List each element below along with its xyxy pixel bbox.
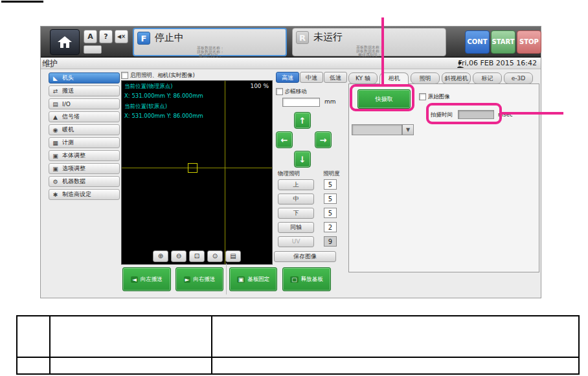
step-distance-input[interactable] <box>282 98 320 107</box>
mute-button[interactable]: ◀× <box>115 30 128 43</box>
camera-view[interactable]: 当前位置(物理原点) X: 531.000mm Y: 86.000mm 当前位置… <box>121 80 273 265</box>
step-move-checkbox[interactable] <box>276 88 283 95</box>
table-cell <box>17 357 50 374</box>
io-icon: ▤ <box>52 101 59 107</box>
option-adjust-icon: ▣ <box>52 166 59 172</box>
arrow-left-icon: ◄ <box>131 276 138 283</box>
rear-lane-badge: R <box>296 31 309 44</box>
transport-right-button[interactable]: ► 向右搬送 <box>175 267 223 291</box>
speed-low-tab[interactable]: 低速 <box>324 72 347 83</box>
light-coaxial-button[interactable]: 同轴 <box>278 222 314 233</box>
tab-lighting[interactable]: 照明 <box>411 72 440 84</box>
sidebar-item-label: 制造商设定 <box>62 190 91 199</box>
tab-mark[interactable]: 标记 <box>473 72 502 84</box>
zoom-level-label: 100 % <box>250 83 269 89</box>
snapshot-icon[interactable]: ▤ <box>225 250 241 262</box>
table-row <box>17 357 579 374</box>
sidebar-item-label: 信号塔 <box>62 113 80 121</box>
zoom-region-icon[interactable]: ⊙ <box>207 250 223 262</box>
light-lower-button[interactable]: 下 <box>278 208 314 219</box>
table-row <box>17 316 579 357</box>
home-icon <box>57 36 73 49</box>
light-middle-value[interactable]: 5 <box>324 194 337 204</box>
small-gray-button[interactable] <box>84 45 102 54</box>
sidebar-item-option-adjust[interactable]: ▣ 选项调整 <box>49 163 120 174</box>
light-lower-value[interactable]: 5 <box>324 208 337 218</box>
enable-camera-label: 启用照明、相机(实时图像) <box>130 72 195 78</box>
tab-e3d[interactable]: e-3D <box>504 72 533 84</box>
zoom-in-icon[interactable]: ⊕ <box>153 250 168 262</box>
front-lane-status-panel[interactable]: F 停止中 基板数据名称 : 拼板数据名称 : 最优序列号 : <box>133 28 287 56</box>
raw-image-label: 原始图像 <box>428 93 450 100</box>
zoom-out-icon[interactable]: ⊖ <box>171 250 187 262</box>
stop-button[interactable]: STOP <box>517 30 541 54</box>
enable-camera-checkbox[interactable] <box>121 72 128 79</box>
table-cell <box>50 316 212 357</box>
front-lane-status: 停止中 <box>155 32 184 44</box>
illumination-level-header: 照明度 <box>323 170 340 178</box>
jog-down-button[interactable]: ↓ <box>294 151 311 168</box>
tab-oblique-camera[interactable]: 斜视相机 <box>442 72 471 84</box>
transport-left-label: 向左搬送 <box>141 276 163 283</box>
transport-left-button[interactable]: ◄ 向左搬送 <box>122 267 171 291</box>
pos-soft-label: 当前位置(软原点) <box>124 103 167 111</box>
machine-ui-window: A ? ◀× F 停止中 基板数据名称 : 拼板数据名称 : 最优序列号 : R… <box>40 26 541 298</box>
warmup-icon: ◉ <box>52 127 59 133</box>
light-coaxial-value[interactable]: 2 <box>324 222 337 232</box>
rear-lane-status: 未运行 <box>313 31 343 43</box>
sidebar-item-machine-data[interactable]: ⚙ 机器数据 <box>49 176 120 187</box>
sidebar-item-warmup[interactable]: ◉ 暖机 <box>49 124 120 135</box>
speed-mid-tab[interactable]: 中速 <box>300 72 323 83</box>
light-upper-button[interactable]: 上 <box>278 179 314 190</box>
sidebar-item-manufacturer[interactable]: ✱ 制造商设定 <box>49 189 120 200</box>
annotation-box-capture-button <box>350 84 414 111</box>
tab-ky-axis[interactable]: KY 轴 <box>348 72 378 84</box>
step-move-row: 步幅移动 <box>276 88 307 96</box>
cont-button[interactable]: CONT <box>465 30 490 54</box>
sidebar-item-conveyor[interactable]: ⇄ 搬送 <box>49 85 120 96</box>
light-middle-button[interactable]: 中 <box>278 194 314 205</box>
camera-toolbar: ⊕ ⊖ ⊡ ⊙ ▤ <box>122 250 272 262</box>
board-clamp-label: 基板固定 <box>247 276 269 283</box>
sidebar-item-body-adjust[interactable]: ▣ 本体调整 <box>49 150 120 161</box>
help-button[interactable]: ? <box>99 30 113 43</box>
save-image-button[interactable]: 保存图像 <box>274 251 336 262</box>
sidebar-item-signal-tower[interactable]: ▲ 信号塔 <box>49 111 120 122</box>
board-clamp-icon: ▣ <box>237 276 245 283</box>
title-bar: 维护 Fri,06 FEB 2015 16:42 <box>41 58 541 69</box>
pos-soft-value: X: 531.000mm Y: 86.000mm <box>124 113 203 119</box>
table-cell <box>17 316 50 357</box>
divider <box>226 263 227 294</box>
table-cell <box>212 357 579 374</box>
body-adjust-icon: ▣ <box>52 153 59 159</box>
header-bar: A ? ◀× F 停止中 基板数据名称 : 拼板数据名称 : 最优序列号 : R… <box>41 27 541 58</box>
board-clamp-button[interactable]: ▣ 基板固定 <box>229 267 277 291</box>
raw-image-checkbox[interactable] <box>419 93 426 100</box>
camera-select-dropdown[interactable]: ▼ <box>352 124 414 135</box>
sidebar-item-label: 搬送 <box>62 87 74 95</box>
signal-tower-icon: ▲ <box>52 114 59 120</box>
zoom-fit-icon[interactable]: ⊡ <box>189 250 205 262</box>
start-button[interactable]: START <box>491 30 515 54</box>
sidebar-item-measurement[interactable]: ▦ 计测 <box>49 137 120 148</box>
document-language-button[interactable]: A <box>84 30 97 43</box>
board-release-button[interactable]: ▢ 释放基板 <box>282 267 331 291</box>
jog-right-button[interactable]: → <box>315 131 332 148</box>
board-release-label: 释放基板 <box>301 276 323 283</box>
rear-lane-status-panel[interactable]: R 未运行 基板数据名称 : 拼板数据名称 : 最优序列号 : <box>292 28 446 56</box>
crosshair-vertical <box>225 81 225 264</box>
speed-high-tab[interactable]: 高速 <box>276 72 299 83</box>
board-release-icon: ▢ <box>290 276 299 283</box>
light-upper-value[interactable]: 5 <box>324 179 337 190</box>
head-icon: ◣ <box>52 75 59 82</box>
transport-right-label: 向右搬送 <box>193 276 215 283</box>
sidebar-item-io[interactable]: ▤ I/O <box>49 98 120 109</box>
sidebar-item-head[interactable]: ◣ 机头 <box>49 72 120 83</box>
document-rule <box>1 1 43 3</box>
jog-up-button[interactable]: ↑ <box>294 112 311 129</box>
chevron-down-icon[interactable]: ▼ <box>402 124 414 135</box>
datetime-label: Fri,06 FEB 2015 16:42 <box>458 59 537 67</box>
home-button[interactable] <box>50 29 80 55</box>
jog-left-button[interactable]: ← <box>276 131 293 148</box>
sidebar-item-label: 本体调整 <box>62 151 85 160</box>
